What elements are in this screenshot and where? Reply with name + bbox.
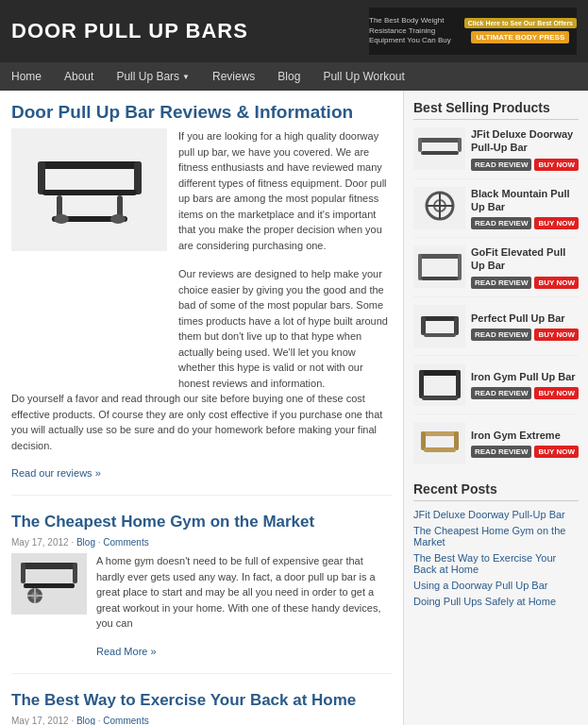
product2-buttons: READ REVIEW BUY NOW: [471, 217, 579, 229]
recent-post-3[interactable]: The Best Way to Exercise Your Back at Ho…: [413, 552, 579, 575]
article2-meta: May 17, 2012 · Blog · Comments: [11, 716, 392, 726]
svg-rect-2: [134, 161, 142, 194]
svg-rect-18: [418, 138, 422, 152]
recent-post-1[interactable]: JFit Deluxe Doorway Pull-Up Bar: [413, 509, 579, 520]
product4-image: [413, 305, 465, 347]
product1-name: JFit Deluxe Doorway Pull-Up Bar: [471, 127, 579, 155]
article2-title: The Best Way to Exercise Your Back at Ho…: [11, 691, 392, 710]
product5-buy-btn[interactable]: BUY NOW: [534, 387, 579, 399]
product-item-6: Iron Gym Extreme READ REVIEW BUY NOW: [413, 422, 579, 472]
product5-review-btn[interactable]: READ REVIEW: [471, 387, 531, 399]
product6-name: Iron Gym Extreme: [471, 429, 579, 442]
header-ad-badge: ULTIMATE BODY PRESS: [471, 31, 569, 43]
product4-buy-btn[interactable]: BUY NOW: [534, 329, 579, 341]
svg-rect-27: [458, 254, 462, 280]
product2-buy-btn[interactable]: BUY NOW: [534, 217, 579, 229]
article2-category[interactable]: Blog: [76, 716, 95, 726]
svg-point-7: [54, 214, 69, 224]
product6-review-btn[interactable]: READ REVIEW: [471, 446, 531, 458]
product3-image: [413, 245, 465, 288]
product3-review-btn[interactable]: READ REVIEW: [471, 277, 531, 289]
product3-info: GoFit Elevated Pull Up Bar READ REVIEW B…: [471, 245, 579, 289]
recent-post-5[interactable]: Doing Pull Ups Safely at Home: [413, 596, 579, 607]
product-item-2: Black Mountain Pull Up Bar READ REVIEW B…: [413, 187, 579, 239]
svg-rect-3: [42, 190, 137, 195]
svg-rect-1: [38, 161, 45, 194]
product5-name: Iron Gym Pull Up Bar: [471, 370, 579, 383]
product6-buy-btn[interactable]: BUY NOW: [534, 446, 579, 458]
product1-review-btn[interactable]: READ REVIEW: [471, 159, 531, 171]
nav-blog[interactable]: Blog: [266, 62, 311, 91]
header-ad[interactable]: The Best Body Weight Resistance Training…: [369, 8, 577, 55]
article1-image: [11, 553, 87, 615]
article1-comments[interactable]: Comments: [103, 537, 148, 548]
svg-rect-25: [418, 254, 462, 259]
product6-buttons: READ REVIEW BUY NOW: [471, 446, 579, 458]
content-area: Door Pull Up Bar Reviews & Information: [0, 91, 404, 725]
product1-image: [413, 127, 465, 170]
product3-buttons: READ REVIEW BUY NOW: [471, 277, 579, 289]
sidebar: Best Selling Products JFit Deluxe Doorwa…: [404, 91, 588, 725]
pullupbars-dropdown-arrow: ▼: [182, 73, 190, 81]
svg-rect-28: [421, 277, 459, 280]
main-content-area: Door Pull Up Bar Reviews & Information: [0, 91, 588, 725]
article1-body: A home gym doesn't need to be full of ex…: [96, 553, 392, 658]
product3-buy-btn[interactable]: BUY NOW: [534, 277, 579, 289]
article1-date: May 17, 2012: [11, 537, 69, 548]
main-article: Door Pull Up Bar Reviews & Information: [11, 102, 392, 496]
main-article-title: Door Pull Up Bar Reviews & Information: [11, 102, 392, 123]
article1-category[interactable]: Blog: [76, 537, 95, 548]
product-item-1: JFit Deluxe Doorway Pull-Up Bar READ REV…: [413, 127, 579, 179]
header-ad-cta[interactable]: Click Here to See Our Best Offers: [464, 18, 577, 28]
product2-review-btn[interactable]: READ REVIEW: [471, 217, 531, 229]
main-article-read-more[interactable]: Read our reviews »: [11, 467, 101, 479]
product2-img-svg: [416, 189, 463, 227]
product6-image: [413, 422, 465, 464]
nav-about[interactable]: About: [53, 62, 105, 91]
products-section: Best Selling Products JFit Deluxe Doorwa…: [413, 100, 579, 472]
main-article-image: [11, 128, 167, 251]
article2-comments[interactable]: Comments: [103, 716, 148, 726]
product1-info: JFit Deluxe Doorway Pull-Up Bar READ REV…: [471, 127, 579, 171]
svg-point-8: [110, 214, 126, 224]
product6-img-svg: [416, 424, 463, 462]
svg-rect-32: [424, 333, 456, 337]
svg-rect-33: [419, 370, 461, 376]
svg-rect-12: [24, 583, 75, 588]
svg-rect-35: [456, 370, 461, 398]
svg-rect-37: [421, 431, 459, 436]
product2-info: Black Mountain Pull Up Bar READ REVIEW B…: [471, 187, 579, 230]
nav-home[interactable]: Home: [0, 62, 53, 91]
recent-post-2[interactable]: The Cheapest Home Gym on the Market: [413, 525, 579, 548]
nav-pullupbars[interactable]: Pull Up Bars ▼: [105, 62, 201, 91]
recent-post-4[interactable]: Using a Doorway Pull Up Bar: [413, 580, 579, 591]
svg-rect-26: [418, 254, 422, 280]
svg-rect-20: [421, 151, 459, 155]
nav-reviews[interactable]: Reviews: [201, 62, 266, 91]
product5-image: [413, 363, 465, 406]
svg-rect-17: [418, 138, 462, 143]
product4-buttons: READ REVIEW BUY NOW: [471, 329, 579, 341]
svg-rect-19: [458, 138, 462, 152]
svg-rect-36: [422, 396, 458, 400]
product5-info: Iron Gym Pull Up Bar READ REVIEW BUY NOW: [471, 370, 579, 399]
product2-image: [413, 187, 465, 229]
product3-name: GoFit Elevated Pull Up Bar: [471, 245, 579, 273]
nav-pullupworkout[interactable]: Pull Up Workout: [311, 62, 415, 91]
product4-info: Perfect Pull Up Bar READ REVIEW BUY NOW: [471, 312, 579, 341]
product4-review-btn[interactable]: READ REVIEW: [471, 329, 531, 341]
product1-buy-btn[interactable]: BUY NOW: [534, 159, 579, 171]
recent-posts-title: Recent Posts: [413, 481, 579, 501]
product2-name: Black Mountain Pull Up Bar: [471, 187, 579, 214]
product6-info: Iron Gym Extreme READ REVIEW BUY NOW: [471, 429, 579, 458]
svg-rect-40: [424, 447, 456, 452]
product5-buttons: READ REVIEW BUY NOW: [471, 387, 579, 399]
svg-rect-11: [73, 563, 77, 583]
svg-rect-39: [454, 431, 459, 450]
header-ad-text: The Best Body Weight Resistance Training…: [369, 16, 459, 45]
svg-rect-34: [419, 370, 424, 398]
article1-excerpt: A home gym doesn't need to be full of ex…: [96, 553, 392, 632]
article2-date: May 17, 2012: [11, 716, 69, 726]
product-item-5: Iron Gym Pull Up Bar READ REVIEW BUY NOW: [413, 363, 579, 414]
article1-read-more[interactable]: Read More »: [96, 646, 157, 657]
